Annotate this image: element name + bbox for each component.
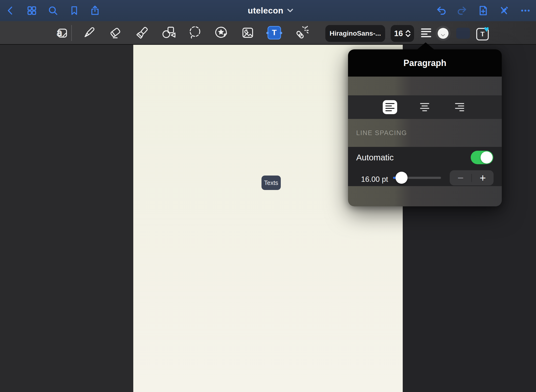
decrease-spacing-button[interactable]: − xyxy=(450,173,471,183)
canvas-background-left xyxy=(0,45,133,392)
undo-button[interactable] xyxy=(433,0,450,21)
bookmark-icon xyxy=(69,5,80,16)
highlighter-tool-button[interactable] xyxy=(133,21,152,44)
automatic-label: Automatic xyxy=(356,153,394,162)
color-chevron-down-icon xyxy=(441,34,445,37)
bookmark-button[interactable] xyxy=(66,0,83,21)
size-stepper-chevrons-icon xyxy=(405,30,411,37)
grid-icon xyxy=(26,5,37,16)
image-icon xyxy=(240,25,255,40)
shapes-icon xyxy=(161,25,176,40)
laser-pointer-icon xyxy=(293,25,309,40)
align-center-option-icon xyxy=(420,103,429,111)
increase-spacing-button[interactable]: + xyxy=(472,173,494,183)
selection-handle-left xyxy=(266,32,269,34)
color-swatch-white xyxy=(438,28,449,39)
lasso-tool-button[interactable] xyxy=(185,21,205,44)
text-tool-glyph: T xyxy=(272,28,277,37)
zoom-tool-glyph: a xyxy=(57,27,62,38)
search-button[interactable] xyxy=(44,0,62,21)
elements-tool-button[interactable] xyxy=(211,21,231,44)
toolbar-divider xyxy=(71,25,72,41)
ellipsis-icon xyxy=(520,5,531,16)
automatic-toggle[interactable] xyxy=(471,151,493,164)
undo-icon xyxy=(436,5,447,16)
pages-overview-button[interactable] xyxy=(23,0,40,21)
title-bar: utelecon xyxy=(0,0,536,21)
paragraph-popover: Paragraph LINE SPACING xyxy=(348,49,502,206)
pen-icon xyxy=(81,25,97,40)
image-tool-button[interactable] xyxy=(238,21,257,44)
selection-handle-right xyxy=(280,32,282,34)
readonly-toggle-button[interactable] xyxy=(495,0,513,21)
zoom-window-icon: a xyxy=(54,25,69,40)
popover-header: Paragraph xyxy=(348,49,502,77)
align-left-option[interactable] xyxy=(383,100,397,114)
align-left-icon xyxy=(420,28,432,38)
add-page-button[interactable] xyxy=(475,0,492,21)
align-left-option-icon xyxy=(385,103,395,111)
line-spacing-section-label: LINE SPACING xyxy=(356,129,407,137)
title-chevron-down-icon xyxy=(287,9,293,13)
document-title: utelecon xyxy=(248,6,283,15)
back-button[interactable] xyxy=(2,0,19,21)
heart-icon: ♥ xyxy=(484,24,489,34)
line-spacing-section-band: LINE SPACING xyxy=(348,119,502,147)
add-page-icon xyxy=(477,5,489,16)
popover-material-band-top xyxy=(348,77,502,95)
selected-text-object[interactable]: Texts xyxy=(261,176,281,190)
laser-tool-button[interactable] xyxy=(291,21,311,44)
eraser-icon xyxy=(107,25,123,40)
align-right-option[interactable] xyxy=(452,100,467,114)
pen-cross-icon xyxy=(498,5,510,16)
toggle-knob xyxy=(481,151,493,163)
popover-arrow xyxy=(416,42,435,50)
text-color-button[interactable] xyxy=(436,26,450,41)
font-family-label: HiraginoSans-... xyxy=(329,30,381,37)
more-button[interactable] xyxy=(517,0,534,21)
app-frame: utelecon xyxy=(0,0,536,392)
text-tool-selected-box: T xyxy=(268,26,281,39)
search-icon xyxy=(47,5,59,16)
favorite-text-style-button[interactable]: T ♥ xyxy=(475,26,492,42)
font-size-button[interactable]: 16 xyxy=(391,25,414,42)
dimmed-color-swatch[interactable] xyxy=(456,28,470,39)
font-size-label: 16 xyxy=(394,29,403,38)
line-spacing-card: Automatic 16.00 pt − + xyxy=(348,147,502,186)
lasso-icon xyxy=(187,25,203,40)
spacing-stepper: − + xyxy=(450,170,494,185)
minus-glyph: − xyxy=(457,173,464,183)
spacing-value-label: 16.00 pt xyxy=(361,175,388,184)
share-button[interactable] xyxy=(86,0,104,21)
zoom-window-tool-button[interactable]: a xyxy=(52,21,71,44)
align-right-option-icon xyxy=(455,103,464,111)
share-icon xyxy=(89,5,100,16)
popover-title: Paragraph xyxy=(403,58,446,68)
sticker-star-icon xyxy=(213,25,229,40)
pen-tool-button[interactable] xyxy=(79,21,99,44)
back-chevron-icon xyxy=(5,5,16,16)
redo-button[interactable] xyxy=(453,0,471,21)
popover-material-band-bottom xyxy=(348,186,502,206)
shapes-tool-button[interactable] xyxy=(159,21,178,44)
alignment-row xyxy=(348,95,502,119)
spacing-slider-knob[interactable] xyxy=(395,172,408,184)
selected-text-label: Texts xyxy=(264,179,278,186)
document-title-button[interactable]: utelecon xyxy=(232,0,309,21)
highlighter-icon xyxy=(134,25,150,40)
eraser-tool-button[interactable] xyxy=(106,21,125,44)
font-family-button[interactable]: HiraginoSans-... xyxy=(325,25,385,42)
text-tool-button[interactable]: T xyxy=(265,21,284,44)
redo-icon xyxy=(456,5,468,16)
align-center-option[interactable] xyxy=(417,100,432,114)
paragraph-alignment-button[interactable] xyxy=(416,21,436,44)
plus-glyph: + xyxy=(480,173,486,183)
